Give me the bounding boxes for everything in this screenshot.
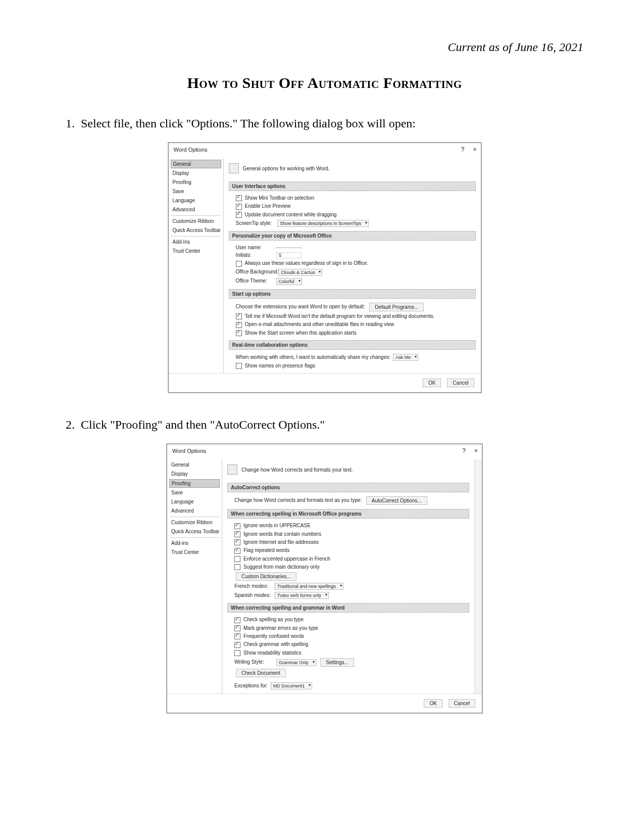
office-theme-dropdown[interactable]: Colorful <box>276 278 302 285</box>
checkbox[interactable] <box>234 523 240 529</box>
sidebar-item-customize-ribbon[interactable]: Customize Ribbon <box>170 518 219 527</box>
cancel-button[interactable]: Cancel <box>449 699 475 708</box>
sidebar-nav: General Display Proofing Save Language A… <box>167 459 222 693</box>
sidebar-nav: General Display Proofing Save Language A… <box>169 158 224 373</box>
checkbox[interactable] <box>234 633 240 639</box>
checkbox[interactable] <box>234 531 240 537</box>
check-document-button[interactable]: Check Document <box>236 669 286 677</box>
section-ui: User Interface options <box>229 181 476 191</box>
checkbox[interactable] <box>234 556 240 562</box>
cancel-button[interactable]: Cancel <box>447 379 474 387</box>
section-spelling-word: When correcting spelling and grammar in … <box>227 603 469 613</box>
checkbox[interactable] <box>234 625 240 631</box>
section-startup: Start up options <box>229 289 476 299</box>
dialog-title: Word Options <box>174 147 208 153</box>
checkbox[interactable] <box>236 261 242 267</box>
proofing-icon <box>227 465 237 475</box>
exceptions-dropdown[interactable]: MD Document1 <box>271 682 313 689</box>
french-modes-dropdown[interactable]: Traditional and new spellings <box>275 583 343 590</box>
checkbox[interactable] <box>234 548 240 554</box>
sidebar-item-advanced[interactable]: Advanced <box>170 506 219 516</box>
checkbox[interactable] <box>236 363 242 369</box>
checkbox[interactable] <box>236 195 242 201</box>
intro-text: General options for working with Word. <box>243 166 330 171</box>
general-icon <box>229 163 239 173</box>
section-autocorrect: AutoCorrect options <box>227 483 469 492</box>
checkbox[interactable] <box>234 650 240 656</box>
close-icon[interactable]: × <box>474 447 478 454</box>
checkbox[interactable] <box>236 313 242 319</box>
checkbox[interactable] <box>234 642 240 648</box>
initials-input[interactable]: S <box>276 252 302 258</box>
help-icon[interactable]: ? <box>462 447 466 454</box>
autocorrect-options-button[interactable]: AutoCorrect Options... <box>366 496 427 505</box>
checkbox[interactable] <box>236 204 242 210</box>
sidebar-item-trust-center[interactable]: Trust Center <box>172 247 220 256</box>
office-bg-dropdown[interactable]: Clouds & Cactus <box>278 269 322 276</box>
step-2: 2. Click "Proofing" and then "AutoCorrec… <box>66 418 583 432</box>
checkbox[interactable] <box>236 322 242 328</box>
sidebar-item-display[interactable]: Display <box>172 169 220 178</box>
checkbox[interactable] <box>234 539 240 545</box>
close-icon[interactable]: × <box>473 146 476 153</box>
word-options-dialog-general: Word Options ? × General Display Proofin… <box>168 143 481 393</box>
sidebar-item-advanced[interactable]: Advanced <box>172 205 220 214</box>
writing-style-dropdown[interactable]: Grammar Only <box>276 659 316 666</box>
sidebar-item-general[interactable]: General <box>170 460 219 470</box>
sidebar-item-display[interactable]: Display <box>170 470 219 479</box>
sidebar-item-proofing[interactable]: Proofing <box>169 479 220 488</box>
checkbox[interactable] <box>234 617 240 623</box>
sidebar-item-qat[interactable]: Quick Access Toolbar <box>172 226 220 235</box>
intro-text: Change how Word corrects and formats you… <box>241 467 353 473</box>
checkbox[interactable] <box>236 330 242 336</box>
sidebar-item-addins[interactable]: Add-Ins <box>172 238 220 247</box>
sidebar-item-save[interactable]: Save <box>170 488 219 497</box>
spanish-modes-dropdown[interactable]: Tuteo verb forms only <box>275 592 329 599</box>
sidebar-item-qat[interactable]: Quick Access Toolbar <box>170 527 219 536</box>
step-1: 1. Select file, then click "Options." Th… <box>66 117 583 130</box>
word-options-dialog-proofing: Word Options ? × General Display Proofin… <box>167 444 482 713</box>
checkbox[interactable] <box>234 564 240 570</box>
default-programs-button[interactable]: Default Programs... <box>369 303 424 311</box>
page-title: How to Shut Off Automatic Formatting <box>66 74 583 91</box>
page-date: Current as of June 16, 2021 <box>66 40 583 54</box>
sidebar-item-proofing[interactable]: Proofing <box>172 178 220 187</box>
sidebar-item-addins[interactable]: Add-ins <box>170 539 219 548</box>
sidebar-item-customize-ribbon[interactable]: Customize Ribbon <box>172 217 220 226</box>
checkbox[interactable] <box>236 212 242 218</box>
sidebar-item-language[interactable]: Language <box>170 497 219 506</box>
sidebar-item-save[interactable]: Save <box>172 187 220 196</box>
section-personalize: Personalize your copy of Microsoft Offic… <box>229 231 476 241</box>
screentip-dropdown[interactable]: Show feature descriptions in ScreenTips <box>277 220 369 227</box>
dialog-title: Word Options <box>172 448 206 454</box>
share-changes-dropdown[interactable]: Ask Me <box>393 354 418 361</box>
section-collab: Real-time collaboration options <box>229 340 476 350</box>
settings-button[interactable]: Settings... <box>320 658 354 667</box>
sidebar-item-trust-center[interactable]: Trust Center <box>170 548 219 557</box>
ok-button[interactable]: OK <box>423 379 441 387</box>
custom-dictionaries-button[interactable]: Custom Dictionaries... <box>236 572 296 581</box>
username-input[interactable] <box>276 247 302 248</box>
sidebar-item-language[interactable]: Language <box>172 196 220 205</box>
section-spelling-office: When correcting spelling in Microsoft Of… <box>227 509 469 519</box>
scrollbar[interactable] <box>474 459 482 693</box>
sidebar-item-general[interactable]: General <box>171 160 221 168</box>
ok-button[interactable]: OK <box>424 699 442 708</box>
help-icon[interactable]: ? <box>461 146 465 153</box>
